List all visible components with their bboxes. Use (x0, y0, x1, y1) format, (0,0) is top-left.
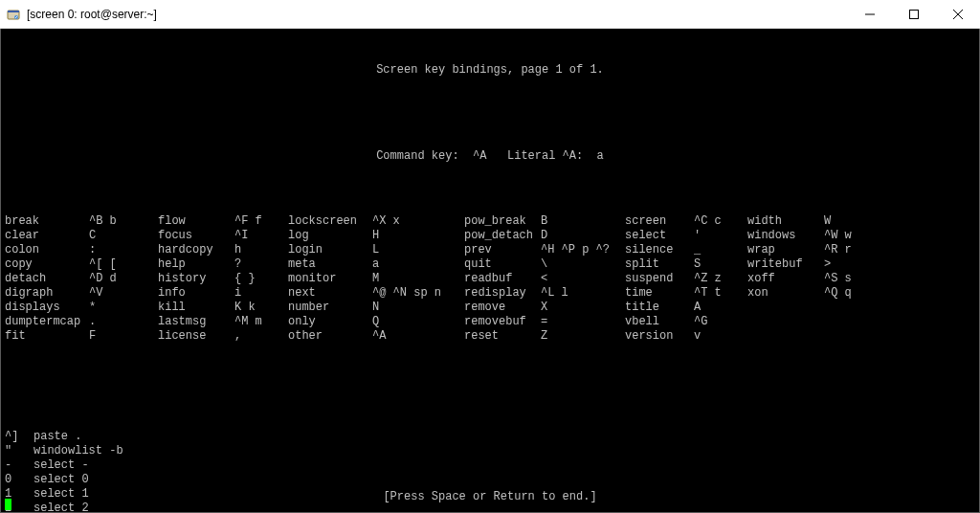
command-keys: ^V (89, 286, 158, 301)
command-name: log (288, 229, 372, 243)
command-keys: C (89, 229, 158, 243)
bindings-table: break^B bflow^F flockscreen^X xpow_break… (5, 214, 975, 344)
command-name: pow_break (464, 214, 541, 229)
command-keys (824, 329, 870, 344)
command-keys: B (541, 214, 625, 229)
command-name: windows (747, 229, 824, 243)
command-name: pow_detach (464, 229, 541, 243)
command-keys: { } (234, 272, 288, 286)
binding-key: " (5, 444, 33, 458)
command-name: suspend (625, 272, 694, 286)
command-keys: D (541, 229, 625, 243)
command-name: next (288, 286, 372, 301)
command-keys: v (694, 329, 747, 344)
window-title: [screen 0: root@server:~] (27, 8, 157, 21)
command-name: info (158, 286, 234, 301)
command-keys: H (372, 229, 464, 243)
command-keys: ^@ ^N sp n (372, 286, 464, 301)
command-keys: > (824, 257, 870, 272)
command-keys: ^S s (824, 272, 870, 286)
command-keys: < (541, 272, 625, 286)
command-name: time (625, 286, 694, 301)
command-keys: \ (541, 257, 625, 272)
command-name: only (288, 315, 372, 329)
command-name: clear (5, 229, 89, 243)
command-keys: ^W w (824, 229, 870, 243)
command-keys: W (824, 214, 870, 229)
command-name: focus (158, 229, 234, 243)
bindings-row: digraph^Vinfoinext^@ ^N sp nredisplay^L … (5, 286, 975, 301)
command-name: help (158, 257, 234, 272)
command-name: license (158, 329, 234, 344)
command-name: prev (464, 243, 541, 257)
command-keys: ^I (234, 229, 288, 243)
command-name: other (288, 329, 372, 344)
command-name: version (625, 329, 694, 344)
command-keys: ^D d (89, 272, 158, 286)
binding-key: ^] (5, 430, 33, 444)
minimize-button[interactable] (848, 0, 892, 29)
command-keys: . (89, 315, 158, 329)
command-keys (824, 315, 870, 329)
command-name: colon (5, 243, 89, 257)
command-name: width (747, 214, 824, 229)
bindings-row: dumptermcap.lastmsg^M monlyQremovebuf=vb… (5, 315, 975, 329)
command-name: digraph (5, 286, 89, 301)
command-keys: = (541, 315, 625, 329)
command-keys: h (234, 243, 288, 257)
command-name: vbell (625, 315, 694, 329)
command-keys: ^Z z (694, 272, 747, 286)
command-keys (824, 301, 870, 315)
command-name: removebuf (464, 315, 541, 329)
command-keys: X (541, 301, 625, 315)
command-name: monitor (288, 272, 372, 286)
cursor (5, 499, 11, 510)
command-keys: ' (694, 229, 747, 243)
command-name: wrap (747, 243, 824, 257)
command-keys: a (372, 257, 464, 272)
extra-binding-row: ^]paste . (5, 430, 975, 444)
command-keys: L (372, 243, 464, 257)
bindings-row: fitFlicense,other^AresetZversionv (5, 329, 975, 344)
command-name: xon (747, 286, 824, 301)
footer-hint: [Press Space or Return to end.] (1, 490, 979, 504)
terminal-viewport[interactable]: Screen key bindings, page 1 of 1. Comman… (0, 29, 980, 513)
maximize-button[interactable] (892, 0, 936, 29)
command-name: history (158, 272, 234, 286)
command-keys: _ (694, 243, 747, 257)
command-keys: ^[ [ (89, 257, 158, 272)
bindings-row: break^B bflow^F flockscreen^X xpow_break… (5, 214, 975, 229)
help-title: Screen key bindings, page 1 of 1. (5, 63, 975, 78)
binding-action: select 0 (33, 473, 89, 486)
close-button[interactable] (936, 0, 980, 29)
command-keys: * (89, 301, 158, 315)
command-keys: ^T t (694, 286, 747, 301)
command-keys: , (234, 329, 288, 344)
command-keys: ^X x (372, 214, 464, 229)
bindings-row: colon:hardcopyhloginLprev^H ^P p ^?silen… (5, 243, 975, 257)
command-name: copy (5, 257, 89, 272)
command-name: displays (5, 301, 89, 315)
command-name (747, 301, 824, 315)
bindings-row: copy^[ [help?metaaquit\splitSwritebuf> (5, 257, 975, 272)
command-keys: i (234, 286, 288, 301)
command-keys: ^H ^P p ^? (541, 243, 625, 257)
binding-key: - (5, 458, 33, 473)
binding-key: 0 (5, 473, 33, 487)
command-keys: A (694, 301, 747, 315)
command-name: dumptermcap (5, 315, 89, 329)
command-name: silence (625, 243, 694, 257)
titlebar: [screen 0: root@server:~] (0, 0, 980, 29)
command-keys: ? (234, 257, 288, 272)
command-name: lastmsg (158, 315, 234, 329)
command-name (747, 315, 824, 329)
command-keys: ^A (372, 329, 464, 344)
command-name: break (5, 214, 89, 229)
command-keys: ^B b (89, 214, 158, 229)
command-keys: : (89, 243, 158, 257)
command-name (747, 329, 824, 344)
command-keys: ^L l (541, 286, 625, 301)
command-keys: Q (372, 315, 464, 329)
command-keys: ^M m (234, 315, 288, 329)
svg-rect-1 (8, 11, 19, 12)
